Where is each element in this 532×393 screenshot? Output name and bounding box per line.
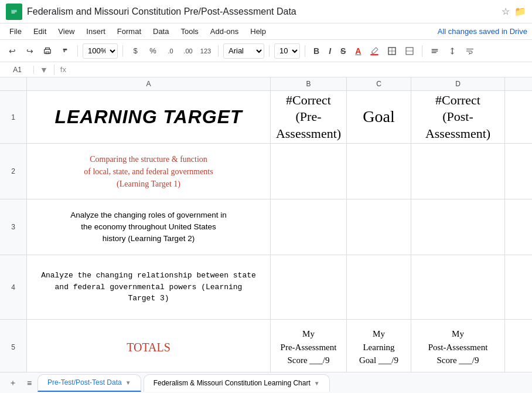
divider-5 xyxy=(305,45,305,57)
cell-a3[interactable]: Analyze the changing roles of government… xyxy=(27,199,271,255)
table-row: 4 Analyze the changing relationship betw… xyxy=(0,255,532,320)
text-color-button[interactable]: A xyxy=(352,43,364,59)
cell-d2[interactable] xyxy=(411,144,505,199)
menu-bar: File Edit View Insert Format Data Tools … xyxy=(0,23,532,40)
align-vertical-button[interactable] xyxy=(445,43,460,59)
fx-label: fx xyxy=(57,65,70,74)
sheets-menu-button[interactable]: ≡ xyxy=(21,375,37,391)
currency-button[interactable]: $ xyxy=(128,43,143,59)
cell-d4[interactable] xyxy=(411,255,505,319)
svg-rect-2 xyxy=(12,11,17,12)
cell-a5[interactable]: TOTALS xyxy=(27,320,271,372)
menu-format[interactable]: Format xyxy=(112,26,146,37)
bold-button[interactable]: B xyxy=(310,43,323,59)
font-family-select[interactable]: Arial xyxy=(223,43,264,59)
print-button[interactable] xyxy=(40,43,55,59)
cell-c5[interactable]: MyLearningGoal ___/9 xyxy=(347,320,411,372)
add-sheet-button[interactable]: ＋ xyxy=(5,375,21,391)
merge-cells-button[interactable] xyxy=(402,43,417,59)
cell-b1[interactable]: #Correct(Pre-Assessment) xyxy=(271,91,347,143)
document-title: Federalism and Missouri Constitution Pre… xyxy=(27,6,502,17)
totals-label: TOTALS xyxy=(127,341,170,354)
saved-status: All changes saved in Drive xyxy=(438,27,527,36)
sheet-tab-pretest-menu[interactable]: ▼ xyxy=(125,380,131,386)
star-icon[interactable]: ☆ xyxy=(502,6,510,17)
svg-rect-3 xyxy=(12,12,15,13)
align-horizontal-button[interactable] xyxy=(427,43,442,59)
table-row: 1 LEARNING TARGET #Correct(Pre-Assessmen… xyxy=(0,91,532,144)
sheet-tab-pretest[interactable]: Pre-Test/Post-Test Data ▼ xyxy=(37,374,141,392)
cell-a4[interactable]: Analyze the changing relationship betwee… xyxy=(27,255,271,319)
svg-rect-1 xyxy=(12,10,17,11)
undo-button[interactable]: ↩ xyxy=(5,43,20,59)
corner-header xyxy=(0,77,27,90)
formula-expand-icon[interactable]: ▼ xyxy=(36,65,52,74)
cell-b5[interactable]: MyPre-AssessmentScore ___/9 xyxy=(271,320,347,372)
learning-target-2-text: Analyze the changing roles of government… xyxy=(70,209,226,245)
sheet-tabs-bar: ＋ ≡ Pre-Test/Post-Test Data ▼ Federalism… xyxy=(0,372,532,393)
sheet-tab-learning-chart[interactable]: Federalism & Missouri Constitution Learn… xyxy=(144,374,330,392)
italic-button[interactable]: I xyxy=(325,43,335,59)
sheet-tab-pretest-label: Pre-Test/Post-Test Data xyxy=(47,378,122,387)
decimal-increase-button[interactable]: .00 xyxy=(180,43,196,59)
fill-color-button[interactable] xyxy=(367,43,382,59)
paint-format-button[interactable] xyxy=(57,43,73,59)
pre-assessment-header: #Correct(Pre-Assessment) xyxy=(274,92,343,143)
menu-file[interactable]: File xyxy=(5,26,26,37)
sheet-tab-learning-chart-menu[interactable]: ▼ xyxy=(314,380,320,387)
cell-c2[interactable] xyxy=(347,144,411,199)
cell-b3[interactable] xyxy=(271,199,347,255)
format-number-button[interactable]: 123 xyxy=(198,43,213,59)
cell-d1[interactable]: #Correct(Post-Assessment) xyxy=(411,91,505,143)
menu-view[interactable]: View xyxy=(53,26,79,37)
title-bar: Federalism and Missouri Constitution Pre… xyxy=(0,0,532,23)
cell-c3[interactable] xyxy=(347,199,411,255)
menu-help[interactable]: Help xyxy=(245,26,271,37)
cell-d5[interactable]: MyPost-AssessmentScore ___/9 xyxy=(411,320,505,372)
col-header-d[interactable]: D xyxy=(411,77,505,90)
cell-a1[interactable]: LEARNING TARGET xyxy=(27,91,271,143)
post-assessment-header: #Correct(Post-Assessment) xyxy=(415,92,501,143)
menu-tools[interactable]: Tools xyxy=(176,26,203,37)
percent-button[interactable]: % xyxy=(145,43,161,59)
menu-edit[interactable]: Edit xyxy=(29,26,51,37)
learning-target-1-text: Comparing the structure & functionof loc… xyxy=(84,153,213,190)
post-assessment-score: MyPost-AssessmentScore ___/9 xyxy=(428,327,488,367)
strikethrough-button[interactable]: S xyxy=(337,43,349,59)
cell-b2[interactable] xyxy=(271,144,347,199)
cell-c4[interactable] xyxy=(347,255,411,319)
font-size-select[interactable]: 10 xyxy=(274,43,300,59)
decimal-decrease-button[interactable]: .0 xyxy=(163,43,178,59)
row-num-5: 5 xyxy=(0,320,27,372)
row-num-3: 3 xyxy=(0,199,27,255)
table-row: 2 Comparing the structure & functionof l… xyxy=(0,144,532,199)
text-wrap-button[interactable] xyxy=(462,43,478,59)
cell-a2[interactable]: Comparing the structure & functionof loc… xyxy=(27,144,271,199)
title-icons: ☆ 📁 xyxy=(502,6,526,17)
svg-rect-6 xyxy=(371,54,378,55)
formula-bar: A1 ▼ fx xyxy=(0,62,532,77)
borders-button[interactable] xyxy=(384,43,400,59)
redo-button[interactable]: ↪ xyxy=(22,43,37,59)
goal-header: Goal xyxy=(363,106,394,127)
folder-icon[interactable]: 📁 xyxy=(514,6,526,17)
col-header-b[interactable]: B xyxy=(271,77,347,90)
sheet-grid: A B C D 1 LEARNING TARGET #Correct(Pre-A… xyxy=(0,77,532,372)
spreadsheet-area: A B C D 1 LEARNING TARGET #Correct(Pre-A… xyxy=(0,77,532,372)
cell-c1[interactable]: Goal xyxy=(347,91,411,143)
col-header-a[interactable]: A xyxy=(27,77,271,90)
col-header-c[interactable]: C xyxy=(347,77,411,90)
sheet-tab-learning-chart-label: Federalism & Missouri Constitution Learn… xyxy=(154,379,311,387)
zoom-select[interactable]: 100% xyxy=(83,43,118,59)
divider-6 xyxy=(422,45,422,57)
menu-insert[interactable]: Insert xyxy=(81,26,110,37)
menu-data[interactable]: Data xyxy=(148,26,173,37)
menu-addons[interactable]: Add-ons xyxy=(206,26,243,37)
learning-target-3-text: Analyze the changing relationship betwee… xyxy=(41,270,256,304)
cell-b4[interactable] xyxy=(271,255,347,319)
formula-bar-divider xyxy=(54,65,54,75)
cell-d3[interactable] xyxy=(411,199,505,255)
divider-4 xyxy=(269,45,270,57)
cell-reference[interactable]: A1 xyxy=(5,66,34,74)
row-num-2: 2 xyxy=(0,144,27,199)
